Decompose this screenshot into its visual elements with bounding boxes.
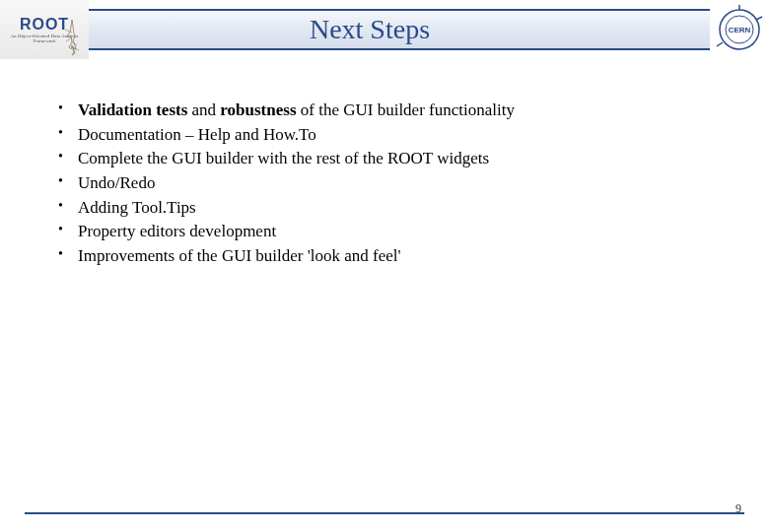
svg-text:CERN: CERN (729, 26, 751, 34)
title-band: Next Steps (89, 9, 710, 50)
slide-title: Next Steps (310, 14, 489, 45)
list-item: Adding Tool.Tips (54, 196, 730, 221)
emphasis-text: robustness (220, 100, 296, 119)
page-number: 9 (735, 501, 741, 516)
cern-logo-icon: CERN (715, 5, 764, 54)
tree-icon (57, 18, 87, 57)
footer-divider (25, 512, 744, 514)
cern-logo: CERN (710, 0, 769, 59)
emphasis-text: Validation tests (78, 100, 187, 119)
slide-footer: 9 (0, 512, 769, 514)
list-item: Property editors development (54, 220, 730, 244)
list-item: Complete the GUI builder with the rest o… (54, 147, 730, 171)
slide-header: ROOT An Object-Oriented Data Analysis Fr… (0, 0, 769, 59)
root-logo: ROOT An Object-Oriented Data Analysis Fr… (0, 0, 89, 59)
bullet-list: Validation tests and robustness of the G… (54, 99, 730, 268)
slide-content: Validation tests and robustness of the G… (0, 59, 769, 268)
list-item: Documentation – Help and How.To (54, 123, 730, 148)
list-item: Improvements of the GUI builder 'look an… (54, 244, 730, 269)
list-item: Validation tests and robustness of the G… (54, 99, 730, 123)
list-item: Undo/Redo (54, 171, 730, 196)
svg-line-4 (717, 42, 723, 46)
svg-line-3 (756, 17, 762, 20)
